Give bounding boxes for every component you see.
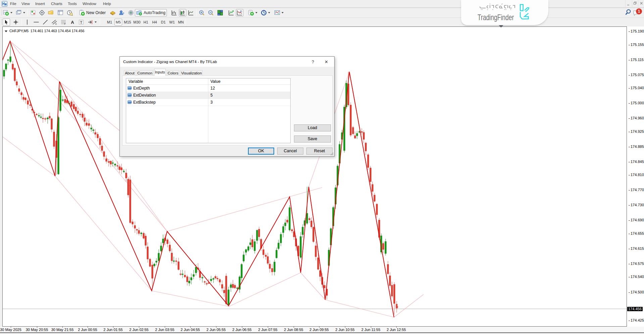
svg-text:123: 123 xyxy=(128,87,132,89)
svg-text:123: 123 xyxy=(128,101,132,103)
svg-text:E: E xyxy=(55,23,57,25)
svg-text:F: F xyxy=(64,23,66,25)
svg-text:T: T xyxy=(80,20,83,24)
svg-text:123: 123 xyxy=(128,94,132,96)
